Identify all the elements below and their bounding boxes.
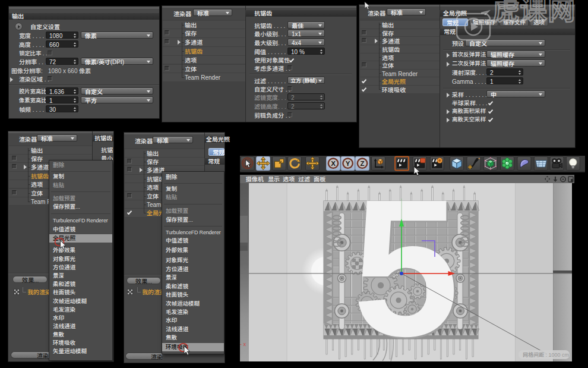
svg-text:X: X — [331, 160, 336, 167]
svg-text:网格间距 : 1000 cm: 网格间距 : 1000 cm — [523, 351, 569, 358]
svg-text:5: 5 — [353, 183, 460, 361]
svg-text:Y: Y — [346, 160, 350, 167]
svg-text:- x: - x — [240, 340, 246, 348]
svg-text:Z: Z — [360, 160, 364, 167]
